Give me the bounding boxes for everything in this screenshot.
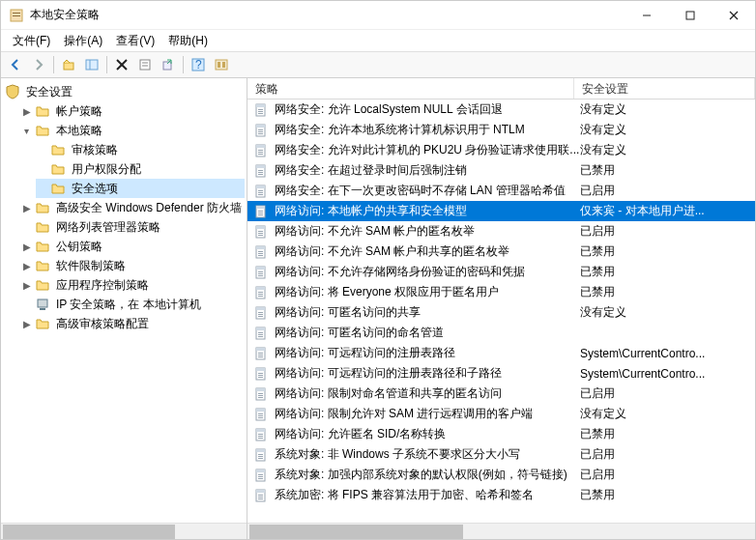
tree-root[interactable]: 安全设置 <box>5 82 245 101</box>
back-button[interactable] <box>5 54 26 75</box>
policy-row[interactable]: 网络访问: 将 Everyone 权限应用于匿名用户已禁用 <box>247 282 755 302</box>
expand-icon[interactable]: ▶ <box>20 318 33 330</box>
help-button[interactable]: ? <box>188 54 209 75</box>
tree-audit-policy[interactable]: 审核策略 <box>36 140 245 159</box>
refresh-button[interactable] <box>211 54 232 75</box>
svg-rect-52 <box>258 214 263 215</box>
toolbar-separator <box>106 56 107 73</box>
toolbar: ? <box>1 51 755 78</box>
tree-security-options[interactable]: 安全选项 <box>36 179 245 198</box>
show-hide-tree-button[interactable] <box>81 54 102 75</box>
expand-icon[interactable]: ▶ <box>20 202 33 214</box>
tree-account-policies[interactable]: ▶帐户策略 <box>20 101 245 121</box>
workarea: 安全设置 ▶帐户策略 ▾本地策略 审核策略 用户权限分配 安全选项 ▶高级安全 … <box>1 78 755 539</box>
policy-row[interactable]: 网络访问: 可远程访问的注册表路径和子路径System\CurrentContr… <box>247 363 755 384</box>
policy-row[interactable]: 系统对象: 加强内部系统对象的默认权限(例如，符号链接)已启用 <box>247 465 755 485</box>
policy-row[interactable]: 网络访问: 可匿名访问的命名管道 <box>247 323 755 343</box>
policy-row[interactable]: 网络访问: 限制对命名管道和共享的匿名访问已启用 <box>247 384 755 404</box>
menu-action[interactable]: 操作(A) <box>58 31 108 51</box>
tree-local-policies[interactable]: ▾本地策略 <box>20 121 245 140</box>
policy-row[interactable]: 系统加密: 将 FIPS 兼容算法用于加密、哈希和签名已禁用 <box>247 485 755 505</box>
tree-ip-security[interactable]: IP 安全策略，在 本地计算机 <box>20 295 245 314</box>
svg-rect-106 <box>258 436 263 437</box>
expand-icon[interactable]: ▶ <box>20 260 33 272</box>
policy-row[interactable]: 网络安全: 允许 LocalSystem NULL 会话回退没有定义 <box>247 99 755 120</box>
svg-rect-1 <box>13 13 20 14</box>
folder-icon <box>50 181 66 196</box>
svg-rect-61 <box>258 253 263 254</box>
folder-icon <box>35 277 50 293</box>
expand-icon[interactable]: ▶ <box>20 241 33 253</box>
svg-rect-97 <box>258 397 263 398</box>
folder-icon <box>35 316 50 331</box>
policy-name: 网络访问: 不允许 SAM 帐户和共享的匿名枚举 <box>275 243 580 260</box>
svg-rect-122 <box>258 498 263 499</box>
svg-rect-99 <box>256 409 265 412</box>
svg-rect-7 <box>64 63 73 70</box>
list-h-scrollbar[interactable] <box>247 523 755 539</box>
svg-text:?: ? <box>195 58 202 71</box>
up-button[interactable] <box>58 54 79 75</box>
delete-button[interactable] <box>111 54 132 75</box>
tree-software-restrict[interactable]: ▶软件限制策略 <box>20 256 245 275</box>
window-controls <box>625 1 755 29</box>
svg-rect-37 <box>258 154 263 155</box>
properties-button[interactable] <box>134 54 156 75</box>
export-button[interactable] <box>158 54 179 75</box>
list-body[interactable]: 网络安全: 允许 LocalSystem NULL 会话回退没有定义网络安全: … <box>247 99 755 523</box>
svg-rect-104 <box>256 429 265 432</box>
tree-network-list[interactable]: 网络列表管理器策略 <box>20 217 245 237</box>
tree-advanced-audit[interactable]: ▶高级审核策略配置 <box>20 314 245 333</box>
policy-row[interactable]: 网络访问: 本地帐户的共享和安全模型仅来宾 - 对本地用户进... <box>247 201 755 221</box>
expand-icon[interactable]: ▶ <box>20 279 33 292</box>
policy-row[interactable]: 网络安全: 允许对此计算机的 PKU2U 身份验证请求使用联...没有定义 <box>247 140 755 160</box>
menu-view[interactable]: 查看(V) <box>110 31 160 51</box>
policy-row[interactable]: 网络访问: 不允许 SAM 帐户的匿名枚举已启用 <box>247 221 755 242</box>
policy-icon <box>253 244 269 260</box>
folder-icon <box>35 219 50 235</box>
svg-rect-40 <box>258 170 263 171</box>
tree-h-scrollbar[interactable] <box>1 523 247 539</box>
column-setting[interactable]: 安全设置 <box>574 78 755 99</box>
minimize-button[interactable] <box>625 1 668 29</box>
policy-name: 系统加密: 将 FIPS 兼容算法用于加密、哈希和签名 <box>275 487 580 503</box>
svg-rect-29 <box>256 125 265 128</box>
titlebar: 本地安全策略 <box>1 1 755 30</box>
column-policy[interactable]: 策略 <box>247 78 574 99</box>
policy-row[interactable]: 网络访问: 可远程访问的注册表路径System\CurrentContro... <box>247 343 755 363</box>
svg-rect-15 <box>163 62 171 70</box>
forward-button[interactable] <box>28 54 49 75</box>
svg-rect-35 <box>258 150 263 151</box>
expand-icon[interactable]: ▶ <box>20 105 33 118</box>
policy-row[interactable]: 网络访问: 不允许存储网络身份验证的密码和凭据已禁用 <box>247 262 755 282</box>
policy-row[interactable]: 系统对象: 非 Windows 子系统不要求区分大小写已启用 <box>247 444 755 465</box>
svg-rect-39 <box>256 165 265 168</box>
policy-row[interactable]: 网络访问: 不允许 SAM 帐户和共享的匿名枚举已禁用 <box>247 242 755 262</box>
policy-icon <box>253 386 269 402</box>
policy-row[interactable]: 网络访问: 允许匿名 SID/名称转换已禁用 <box>247 424 755 444</box>
policy-name: 网络访问: 不允许 SAM 帐户的匿名枚举 <box>275 223 580 240</box>
maximize-button[interactable] <box>668 1 712 29</box>
list-header: 策略 安全设置 <box>247 78 755 99</box>
tree-defender-firewall[interactable]: ▶高级安全 Windows Defender 防火墙 <box>20 198 245 217</box>
svg-rect-20 <box>222 62 225 68</box>
policy-row[interactable]: 网络访问: 限制允许对 SAM 进行远程调用的客户端没有定义 <box>247 404 755 424</box>
policy-row[interactable]: 网络安全: 在超过登录时间后强制注销已禁用 <box>247 160 755 181</box>
policy-name: 网络访问: 本地帐户的共享和安全模型 <box>275 203 580 219</box>
tree-pane[interactable]: 安全设置 ▶帐户策略 ▾本地策略 审核策略 用户权限分配 安全选项 ▶高级安全 … <box>1 78 247 539</box>
collapse-icon[interactable]: ▾ <box>20 125 33 137</box>
tree-user-rights[interactable]: 用户权限分配 <box>36 159 245 179</box>
svg-rect-26 <box>258 111 263 112</box>
menu-help[interactable]: 帮助(H) <box>162 31 214 51</box>
tree-public-key[interactable]: ▶公钥策略 <box>20 237 245 256</box>
policy-row[interactable]: 网络安全: 允许本地系统将计算机标识用于 NTLM没有定义 <box>247 120 755 140</box>
svg-rect-51 <box>258 213 263 213</box>
svg-rect-19 <box>218 62 220 68</box>
server-icon <box>35 297 50 312</box>
policy-row[interactable]: 网络安全: 在下一次更改密码时不存储 LAN 管理器哈希值已启用 <box>247 181 755 201</box>
menu-file[interactable]: 文件(F) <box>7 31 56 51</box>
close-button[interactable] <box>712 1 755 29</box>
policy-row[interactable]: 网络访问: 可匿名访问的共享没有定义 <box>247 302 755 323</box>
policy-value: 已禁用 <box>580 426 755 442</box>
tree-app-control[interactable]: ▶应用程序控制策略 <box>20 275 245 295</box>
